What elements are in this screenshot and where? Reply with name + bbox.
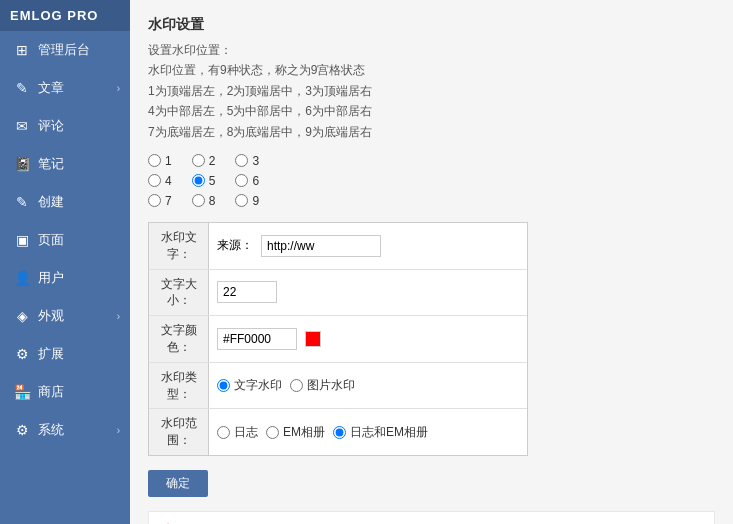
- form-row-scope: 水印范围： 日志 EM相册 日志和EM相册: [149, 409, 527, 455]
- radio-row-2: 4 5 6: [148, 174, 715, 188]
- scope-radio-log[interactable]: 日志: [217, 424, 258, 441]
- sidebar-item-label: 创建: [38, 193, 64, 211]
- scope-radio-album[interactable]: EM相册: [266, 424, 325, 441]
- type-label-text: 文字水印: [234, 377, 282, 394]
- type-input-image[interactable]: [290, 379, 303, 392]
- scope-input-album[interactable]: [266, 426, 279, 439]
- scope-label-album: EM相册: [283, 424, 325, 441]
- sidebar-item-label: 管理后台: [38, 41, 90, 59]
- position-radio-1[interactable]: 1: [148, 154, 172, 168]
- form-row-fontsize: 文字大小：: [149, 270, 527, 317]
- label-font-size: 文字大小：: [149, 270, 209, 316]
- watermark-text-input[interactable]: [261, 235, 381, 257]
- comment-icon: ✉: [14, 118, 30, 134]
- sidebar-item-system[interactable]: ⚙ 系统 ›: [0, 411, 130, 449]
- position-radio-7[interactable]: 7: [148, 194, 172, 208]
- scope-input-log[interactable]: [217, 426, 230, 439]
- value-watermark-type: 文字水印 图片水印: [209, 363, 527, 409]
- position-radio-5[interactable]: 5: [192, 174, 216, 188]
- radio-input-6[interactable]: [235, 174, 248, 187]
- label-watermark-scope: 水印范围：: [149, 409, 209, 455]
- watermark-description: 设置水印位置： 水印位置，有9种状态，称之为9宫格状态 1为顶端居左，2为顶端居…: [148, 40, 715, 142]
- value-watermark-text: 来源：: [209, 223, 527, 269]
- sidebar-item-label: 扩展: [38, 345, 64, 363]
- radio-input-5[interactable]: [192, 174, 205, 187]
- sidebar-item-create[interactable]: ✎ 创建: [0, 183, 130, 221]
- tips-section: 小提示： 1、插件设置中的文字大小是我们平时用到的html的fontSize属性…: [148, 511, 715, 524]
- radio-input-8[interactable]: [192, 194, 205, 207]
- sidebar-item-articles[interactable]: ✎ 文章 ›: [0, 69, 130, 107]
- radio-input-1[interactable]: [148, 154, 161, 167]
- sidebar-item-notes[interactable]: 📓 笔记: [0, 145, 130, 183]
- sidebar-item-label: 商店: [38, 383, 64, 401]
- position-radio-2[interactable]: 2: [192, 154, 216, 168]
- desc-line-2: 1为顶端居左，2为顶端居中，3为顶端居右: [148, 84, 372, 98]
- scope-input-both[interactable]: [333, 426, 346, 439]
- radio-input-4[interactable]: [148, 174, 161, 187]
- sidebar-item-label: 页面: [38, 231, 64, 249]
- dashboard-icon: ⊞: [14, 42, 30, 58]
- sidebar-item-label: 文章: [38, 79, 64, 97]
- submit-button[interactable]: 确定: [148, 470, 208, 497]
- font-color-input[interactable]: [217, 328, 297, 350]
- scope-label-log: 日志: [234, 424, 258, 441]
- arrow-icon: ›: [117, 425, 120, 436]
- sidebar-item-users[interactable]: 👤 用户: [0, 259, 130, 297]
- sidebar-item-label: 笔记: [38, 155, 64, 173]
- radio-input-9[interactable]: [235, 194, 248, 207]
- desc-line-4: 7为底端居左，8为底端居中，9为底端居右: [148, 125, 372, 139]
- label-font-color: 文字颜色：: [149, 316, 209, 362]
- type-radio-image[interactable]: 图片水印: [290, 377, 355, 394]
- arrow-icon: ›: [117, 311, 120, 322]
- sidebar-item-label: 用户: [38, 269, 64, 287]
- note-icon: 📓: [14, 156, 30, 172]
- position-radio-6[interactable]: 6: [235, 174, 259, 188]
- font-size-input[interactable]: [217, 281, 277, 303]
- sidebar-item-extensions[interactable]: ⚙ 扩展: [0, 335, 130, 373]
- sidebar: EMLOG PRO ⊞ 管理后台 ✎ 文章 › ✉ 评论 📓 笔记 ✎ 创建 ▣…: [0, 0, 130, 524]
- position-radio-8[interactable]: 8: [192, 194, 216, 208]
- form-row-color: 文字颜色：: [149, 316, 527, 363]
- user-icon: 👤: [14, 270, 30, 286]
- type-radio-text[interactable]: 文字水印: [217, 377, 282, 394]
- radio-input-2[interactable]: [192, 154, 205, 167]
- value-watermark-scope: 日志 EM相册 日志和EM相册: [209, 409, 527, 455]
- sidebar-item-pages[interactable]: ▣ 页面: [0, 221, 130, 259]
- position-radio-4[interactable]: 4: [148, 174, 172, 188]
- sidebar-item-label: 系统: [38, 421, 64, 439]
- scope-radio-both[interactable]: 日志和EM相册: [333, 424, 428, 441]
- appearance-icon: ◈: [14, 308, 30, 324]
- color-preview: [305, 331, 321, 347]
- label-watermark-type: 水印类型：: [149, 363, 209, 409]
- scope-label-both: 日志和EM相册: [350, 424, 428, 441]
- text-prefix: 来源：: [217, 237, 253, 254]
- sidebar-item-dashboard[interactable]: ⊞ 管理后台: [0, 31, 130, 69]
- sidebar-logo: EMLOG PRO: [0, 0, 130, 31]
- desc-title: 设置水印位置：: [148, 43, 232, 57]
- radio-row-3: 7 8 9: [148, 194, 715, 208]
- article-icon: ✎: [14, 80, 30, 96]
- position-radio-grid: 1 2 3 4 5 6: [148, 154, 715, 208]
- radio-input-3[interactable]: [235, 154, 248, 167]
- create-icon: ✎: [14, 194, 30, 210]
- sidebar-item-label: 评论: [38, 117, 64, 135]
- sidebar-item-store[interactable]: 🏪 商店: [0, 373, 130, 411]
- sidebar-item-comments[interactable]: ✉ 评论: [0, 107, 130, 145]
- value-font-color: [209, 316, 527, 362]
- desc-line-3: 4为中部居左，5为中部居中，6为中部居右: [148, 104, 372, 118]
- system-icon: ⚙: [14, 422, 30, 438]
- radio-input-7[interactable]: [148, 194, 161, 207]
- sidebar-item-appearance[interactable]: ◈ 外观 ›: [0, 297, 130, 335]
- type-label-image: 图片水印: [307, 377, 355, 394]
- sidebar-item-label: 外观: [38, 307, 64, 325]
- extension-icon: ⚙: [14, 346, 30, 362]
- type-input-text[interactable]: [217, 379, 230, 392]
- position-radio-9[interactable]: 9: [235, 194, 259, 208]
- position-radio-3[interactable]: 3: [235, 154, 259, 168]
- section-title: 水印设置: [148, 16, 715, 34]
- form-row-type: 水印类型： 文字水印 图片水印: [149, 363, 527, 410]
- radio-row-1: 1 2 3: [148, 154, 715, 168]
- desc-line-1: 水印位置，有9种状态，称之为9宫格状态: [148, 63, 365, 77]
- value-font-size: [209, 270, 527, 316]
- label-watermark-text: 水印文字：: [149, 223, 209, 269]
